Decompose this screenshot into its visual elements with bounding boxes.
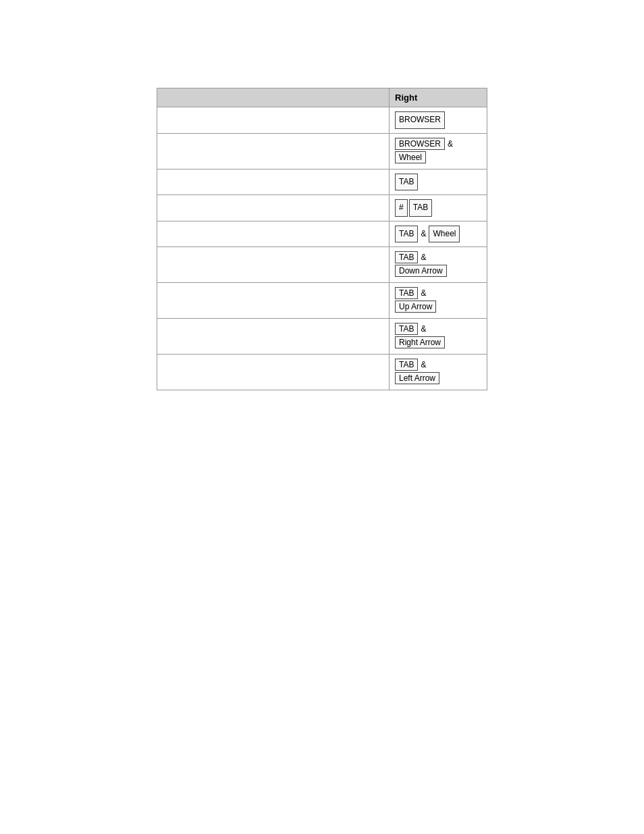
key-badge: TAB <box>395 251 418 263</box>
key-badge: TAB <box>395 287 418 299</box>
row-description <box>157 319 390 355</box>
ampersand: & <box>448 139 453 149</box>
key-badge: TAB <box>395 174 418 191</box>
row-keys: TAB & Down Arrow <box>390 247 487 283</box>
ampersand: & <box>421 324 426 334</box>
row-description <box>157 221 390 247</box>
key-badge: Wheel <box>429 226 460 243</box>
row-keys: TAB & Right Arrow <box>390 319 487 355</box>
row-keys: # TAB <box>390 195 487 221</box>
key-badge: Right Arrow <box>395 336 445 348</box>
row-description <box>157 133 390 169</box>
row-description <box>157 169 390 195</box>
row-keys: TAB & Wheel <box>390 221 487 247</box>
ampersand: & <box>421 288 426 298</box>
row-keys: TAB & Left Arrow <box>390 355 487 390</box>
key-badge: TAB <box>395 226 418 243</box>
table-row: BROWSER & Wheel <box>157 133 487 169</box>
ampersand: & <box>421 253 426 262</box>
row-description <box>157 283 390 319</box>
key-badge: TAB <box>395 359 418 371</box>
table-row: TAB & Wheel <box>157 221 487 247</box>
row-description <box>157 107 390 134</box>
table-row: TAB <box>157 169 487 195</box>
table-row: TAB & Up Arrow <box>157 283 487 319</box>
table-row: TAB & Left Arrow <box>157 355 487 390</box>
table-header-row: Right <box>157 88 487 107</box>
key-badge: Left Arrow <box>395 372 439 384</box>
key-badge: Wheel <box>395 151 426 163</box>
key-badge: Down Arrow <box>395 265 447 277</box>
key-badge: TAB <box>409 199 432 217</box>
row-keys: TAB & Up Arrow <box>390 283 487 319</box>
row-description <box>157 195 390 221</box>
table-wrapper: Right BROWSER <box>157 88 487 390</box>
row-keys: BROWSER <box>390 107 487 134</box>
table-row: # TAB <box>157 195 487 221</box>
table-row: TAB & Right Arrow <box>157 319 487 355</box>
row-description <box>157 355 390 390</box>
key-badge: # <box>395 199 408 217</box>
ampersand: & <box>421 227 426 242</box>
row-keys: TAB <box>390 169 487 195</box>
table-row: TAB & Down Arrow <box>157 247 487 283</box>
key-badge: Up Arrow <box>395 301 436 313</box>
key-badge: BROWSER <box>395 111 445 129</box>
col-header-description <box>157 88 390 107</box>
shortcut-table: Right BROWSER <box>157 88 487 390</box>
page-container: Right BROWSER <box>0 0 644 834</box>
ampersand: & <box>421 360 426 369</box>
key-badge: TAB <box>395 323 418 335</box>
key-badge: BROWSER <box>395 138 445 150</box>
col-header-right: Right <box>390 88 487 107</box>
table-row: BROWSER <box>157 107 487 134</box>
row-description <box>157 247 390 283</box>
row-keys: BROWSER & Wheel <box>390 133 487 169</box>
